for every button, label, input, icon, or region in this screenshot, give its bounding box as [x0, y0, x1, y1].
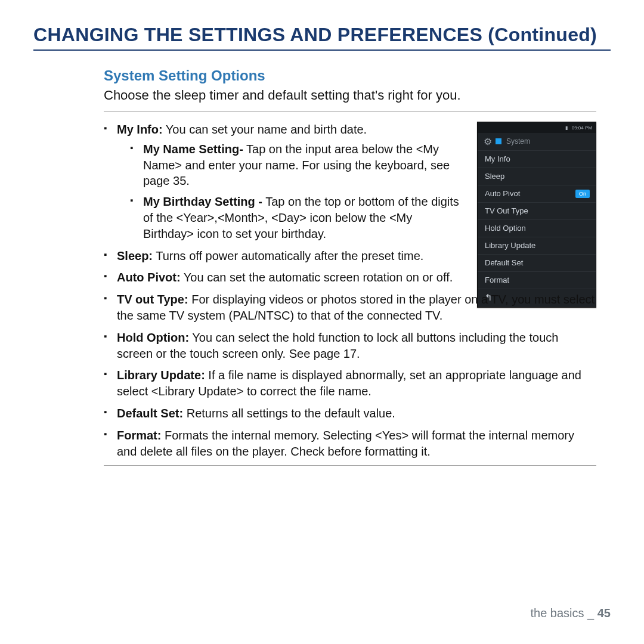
body-wrap: ▮ 09:04 PM ⚙ System My Info Sleep Auto P… [104, 122, 596, 459]
item-label: Library Update: [117, 369, 205, 382]
device-clock: 09:04 PM [572, 125, 592, 131]
battery-icon: ▮ [565, 125, 568, 131]
row-label: TV Out Type [485, 206, 528, 215]
divider-top [104, 112, 596, 112]
on-badge: On [575, 190, 590, 198]
row-label: Library Update [485, 241, 535, 250]
item-text: Formats the internal memory. Selecting <… [117, 429, 574, 458]
item-text: You can set your name and birth date. [163, 123, 367, 136]
row-label: Format [485, 275, 509, 284]
row-label: Default Set [485, 258, 523, 267]
item-text: Returns all settings to the default valu… [183, 407, 395, 420]
row-label: Hold Option [485, 224, 526, 233]
divider-bottom [104, 465, 596, 466]
device-row-hold[interactable]: Hold Option [478, 219, 596, 237]
item-label: Hold Option: [117, 331, 189, 344]
item-text: Turns off power automatically after the … [153, 249, 423, 262]
device-row-default[interactable]: Default Set [478, 254, 596, 271]
list-item: Format: Formats the internal memory. Sel… [104, 428, 596, 460]
item-label: Format: [117, 429, 161, 442]
list-item: Sleep: Turns off power automatically aft… [104, 248, 459, 264]
item-label: My Birthday Setting - [143, 195, 262, 208]
device-row-format[interactable]: Format [478, 271, 596, 289]
device-row-myinfo[interactable]: My Info [478, 150, 596, 168]
list-item: TV out Type: For displaying videos or ph… [104, 292, 596, 324]
section-subtitle: System Setting Options [104, 67, 596, 84]
device-row-sleep[interactable]: Sleep [478, 168, 596, 185]
header-accent [496, 138, 501, 144]
list-item: My Info: You can set your name and birth… [104, 122, 459, 242]
item-label: Default Set: [117, 407, 183, 420]
page-title: CHANGING THE SETTINGS AND PREFERENCES (C… [33, 24, 611, 51]
item-label: My Info: [117, 123, 163, 136]
list-item: My Name Setting- Tap on the input area b… [130, 141, 459, 189]
text-column-wide: TV out Type: For displaying videos or ph… [104, 292, 596, 459]
bullet-list-top: My Info: You can set your name and birth… [104, 122, 459, 286]
row-label: Sleep [485, 172, 504, 181]
list-item: Hold Option: You can select the hold fun… [104, 330, 596, 362]
footer-label: the basics _ [530, 606, 597, 620]
device-header: ⚙ System [478, 133, 596, 150]
item-text: For displaying videos or photos stored i… [117, 293, 595, 322]
item-text: You can set the automatic screen rotatio… [181, 271, 453, 284]
item-label: My Name Setting- [143, 143, 243, 156]
item-label: TV out Type: [117, 293, 188, 306]
device-row-tvout[interactable]: TV Out Type [478, 202, 596, 219]
sub-list: My Name Setting- Tap on the input area b… [117, 141, 459, 242]
item-label: Auto Pivot: [117, 271, 181, 284]
device-header-label: System [506, 137, 530, 145]
device-statusbar: ▮ 09:04 PM [478, 122, 596, 133]
intro-text: Choose the sleep timer and default setti… [104, 88, 596, 103]
gear-icon: ⚙ [482, 136, 493, 147]
row-label: Auto Pivot [485, 189, 520, 198]
content-area: System Setting Options Choose the sleep … [33, 67, 611, 466]
device-row-library[interactable]: Library Update [478, 237, 596, 254]
list-item: My Birthday Setting - Tap on the top or … [130, 194, 459, 242]
bullet-list-bottom: TV out Type: For displaying videos or ph… [104, 292, 596, 459]
row-label: My Info [485, 154, 510, 163]
list-item: Auto Pivot: You can set the automatic sc… [104, 270, 459, 286]
page-footer: the basics _ 45 [530, 606, 611, 620]
list-item: Default Set: Returns all settings to the… [104, 405, 596, 422]
device-screenshot: ▮ 09:04 PM ⚙ System My Info Sleep Auto P… [477, 122, 596, 308]
device-row-autopivot[interactable]: Auto Pivot On [478, 185, 596, 202]
item-label: Sleep: [117, 249, 153, 262]
list-item: Library Update: If a file name is displa… [104, 367, 596, 400]
footer-page-number: 45 [597, 606, 611, 620]
